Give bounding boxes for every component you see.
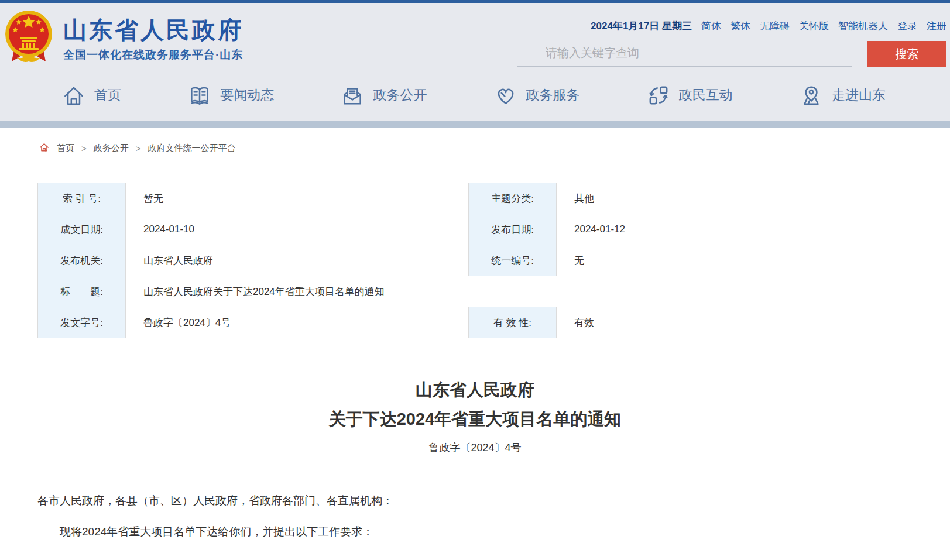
nav-label: 政务服务 (526, 86, 580, 104)
nav-item-interaction[interactable]: 政民互动 (646, 83, 733, 108)
brand-text: 山东省人民政府 全国一体化在线政务服务平台·山东 (63, 13, 243, 63)
meta-label-index-number: 索 引 号: (38, 183, 126, 214)
heart-icon (493, 83, 518, 108)
document-title: 山东省人民政府 关于下达2024年省重大项目名单的通知 (0, 375, 950, 434)
link-accessibility[interactable]: 无障碍 (760, 19, 790, 33)
current-date: 2024年1月17日 星期三 (591, 19, 692, 33)
search-input[interactable] (517, 43, 852, 67)
link-smart-robot[interactable]: 智能机器人 (838, 19, 888, 33)
meta-value-topic-category: 其他 (557, 183, 876, 214)
envelope-doc-icon (340, 83, 365, 108)
meta-value-doc-number: 鲁政字〔2024〕4号 (126, 307, 469, 338)
link-traditional[interactable]: 繁体 (730, 19, 750, 33)
nav-label: 走进山东 (832, 86, 886, 104)
document-paragraph-salutation: 各市人民政府，各县（市、区）人民政府，省政府各部门、各直属机构： (37, 493, 913, 509)
breadcrumb-separator: > (81, 143, 87, 153)
nav-label: 首页 (94, 86, 121, 104)
document-number: 鲁政字〔2024〕4号 (0, 441, 950, 455)
breadcrumb-item-platform[interactable]: 政府文件统一公开平台 (148, 143, 236, 154)
meta-label-publish-date: 发布日期: (469, 214, 557, 245)
main-nav: 首页 要闻动态 政务公开 政务服务 (0, 69, 950, 121)
meta-label-doc-number: 发文字号: (38, 307, 126, 338)
site-subtitle: 全国一体化在线政务服务平台·山东 (63, 47, 243, 63)
document-title-line2: 关于下达2024年省重大项目名单的通知 (0, 404, 950, 434)
meta-label-validity: 有 效 性: (469, 307, 557, 338)
meta-table: 索 引 号: 暂无 主题分类: 其他 成文日期: 2024-01-10 发布日期… (37, 183, 876, 338)
link-login[interactable]: 登录 (897, 19, 917, 33)
table-row: 标 题: 山东省人民政府关于下达2024年省重大项目名单的通知 (38, 276, 876, 307)
meta-value-unified-number: 无 (557, 245, 876, 276)
book-icon (187, 83, 212, 108)
document-title-line1: 山东省人民政府 (0, 375, 950, 404)
document-paragraph-intro: 现将2024年省重大项目名单下达给你们，并提出以下工作要求： (37, 524, 913, 540)
home-icon (61, 83, 86, 108)
breadcrumb-item-disclosure[interactable]: 政务公开 (94, 143, 129, 154)
table-row: 发文字号: 鲁政字〔2024〕4号 有 效 性: 有效 (38, 307, 876, 338)
nav-item-news[interactable]: 要闻动态 (187, 83, 274, 108)
nav-label: 要闻动态 (220, 86, 274, 104)
nav-item-gov-services[interactable]: 政务服务 (493, 83, 580, 108)
link-care-version[interactable]: 关怀版 (799, 19, 829, 33)
meta-value-title: 山东省人民政府关于下达2024年省重大项目名单的通知 (126, 276, 876, 307)
breadcrumb-item-home[interactable]: 首页 (57, 143, 74, 154)
breadcrumb-home-icon[interactable] (39, 142, 50, 154)
document-body: 各市人民政府，各县（市、区）人民政府，省政府各部门、各直属机构： 现将2024年… (37, 493, 913, 560)
meta-value-issuing-agency: 山东省人民政府 (126, 245, 469, 276)
meta-label-issuing-agency: 发布机关: (38, 245, 126, 276)
brand[interactable]: 山东省人民政府 全国一体化在线政务服务平台·山东 (5, 8, 243, 68)
meta-label-written-date: 成文日期: (38, 214, 126, 245)
map-pin-icon (799, 83, 824, 108)
meta-label-unified-number: 统一编号: (469, 245, 557, 276)
table-row: 索 引 号: 暂无 主题分类: 其他 (38, 183, 876, 214)
nav-label: 政务公开 (373, 86, 427, 104)
search-button[interactable]: 搜索 (867, 41, 946, 67)
header-right: 2024年1月17日 星期三 简体 繁体 无障碍 关怀版 智能机器人 登录 注册… (517, 19, 946, 67)
nav-item-gov-disclosure[interactable]: 政务公开 (340, 83, 427, 108)
table-row: 成文日期: 2024-01-10 发布日期: 2024-01-12 (38, 214, 876, 245)
search-bar: 搜索 (517, 41, 946, 67)
table-row: 发布机关: 山东省人民政府 统一编号: 无 (38, 245, 876, 276)
breadcrumb-separator: > (136, 143, 141, 153)
link-simplified[interactable]: 简体 (701, 19, 721, 33)
sync-icon (646, 83, 671, 108)
main-content: 首页 > 政务公开 > 政府文件统一公开平台 索 引 号: 暂无 主题分类: 其… (0, 142, 950, 560)
site-title: 山东省人民政府 (63, 17, 243, 43)
meta-value-publish-date: 2024-01-12 (557, 214, 876, 245)
link-register[interactable]: 注册 (927, 19, 946, 33)
nav-item-about-shandong[interactable]: 走进山东 (799, 83, 886, 108)
validity-status-badge: 有效 (557, 307, 876, 338)
nav-label: 政民互动 (679, 86, 733, 104)
meta-label-topic-category: 主题分类: (469, 183, 557, 214)
meta-label-title: 标 题: (38, 276, 126, 307)
national-emblem-icon (5, 8, 53, 68)
breadcrumb: 首页 > 政务公开 > 政府文件统一公开平台 (39, 142, 950, 154)
nav-bottom-strip (0, 121, 950, 128)
quick-links-row: 2024年1月17日 星期三 简体 繁体 无障碍 关怀版 智能机器人 登录 注册 (517, 19, 946, 33)
meta-value-written-date: 2024-01-10 (126, 214, 469, 245)
meta-value-index-number: 暂无 (126, 183, 469, 214)
site-header: 山东省人民政府 全国一体化在线政务服务平台·山东 2024年1月17日 星期三 … (0, 3, 950, 69)
nav-item-home[interactable]: 首页 (61, 83, 121, 108)
